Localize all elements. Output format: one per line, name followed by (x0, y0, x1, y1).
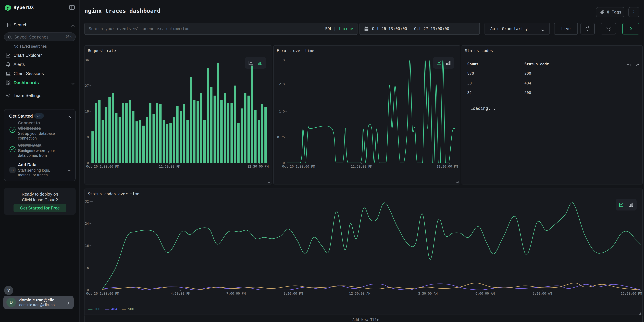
saved-searches-input[interactable]: Saved Searches ⌘K (4, 32, 76, 41)
app-title: HyperDX (14, 5, 34, 10)
svg-text:12:30:00 AM: 12:30:00 AM (349, 292, 370, 295)
legend-label: 404 (111, 307, 117, 311)
dashboards-icon (6, 80, 11, 86)
legend-label: 200 (94, 307, 100, 311)
svg-text:Oct 26 1:00:00 PM: Oct 26 1:00:00 PM (86, 292, 119, 295)
svg-text:0: 0 (87, 288, 89, 292)
get-started-progress-badge: 2/3 (34, 113, 44, 118)
chart-line-icon (6, 53, 11, 58)
logo-row: HyperDX (0, 4, 80, 13)
table-cell[interactable]: 500 (524, 90, 531, 95)
step-number-badge: 3 (9, 166, 16, 173)
sidebar-item-dashboards[interactable]: Dashboards (0, 79, 80, 88)
saved-searches-placeholder: Saved Searches (14, 35, 49, 40)
mode-divider: | (334, 26, 336, 31)
svg-text:4:30:00 PM: 4:30:00 PM (171, 292, 190, 295)
filter-edit-icon (606, 26, 611, 32)
refresh-button[interactable] (580, 23, 595, 34)
table-cell[interactable]: 404 (524, 81, 531, 86)
legend-item-200[interactable]: 200 (88, 307, 100, 311)
legend-item-404[interactable]: 404 (105, 307, 117, 311)
svg-text:2.3: 2.3 (279, 82, 285, 86)
sidebar-item-team-settings[interactable]: Team Settings (0, 92, 80, 100)
resize-handle[interactable] (268, 181, 270, 183)
chevron-up-icon (71, 23, 75, 27)
step-desc: Set up your database connection (18, 131, 58, 140)
resize-handle[interactable] (456, 181, 458, 183)
arrow-right-icon: → (67, 167, 71, 172)
check-circle-icon (9, 146, 16, 153)
run-query-button[interactable] (622, 23, 639, 34)
date-range-picker[interactable]: Oct 26 13:00:00 - Oct 27 13:00:00 (360, 23, 480, 35)
user-menu[interactable]: D dominic.tran@clic... dominic.tran@clic… (4, 296, 74, 309)
svg-text:12:30:00 PM: 12:30:00 PM (247, 164, 268, 168)
sort-icon[interactable] (627, 62, 632, 67)
clickhouse-cloud-promo: Ready to deploy on ClickHouse Cloud? Get… (4, 188, 76, 215)
svg-text:27: 27 (85, 84, 89, 88)
search-placeholder: Search your events w/ Lucene ex. column:… (89, 26, 190, 31)
svg-text:24: 24 (85, 222, 89, 225)
help-button[interactable]: ? (4, 286, 13, 295)
svg-text:6:00:00 AM: 6:00:00 AM (476, 292, 495, 295)
get-started-free-button[interactable]: Get Started for Free (14, 204, 66, 212)
tags-label: 0 Tags (607, 10, 622, 14)
search-section-icon (6, 22, 11, 28)
sidebar-item-label: Search (14, 22, 27, 27)
tile-title: Errors over time (277, 48, 314, 53)
table-cell[interactable]: 200 (524, 71, 531, 76)
divider (0, 19, 80, 19)
column-resize-handle[interactable] (522, 61, 522, 67)
resize-handle[interactable] (639, 312, 641, 314)
sidebar-item-alerts[interactable]: Alerts (0, 60, 80, 69)
errors-chart: 00.751.52.33Oct 26 1:00:00 PM11:30:00 PM… (274, 55, 460, 176)
add-new-tile-label: + Add New Tile (85, 318, 642, 322)
shortcut-badge: ⌘K (66, 35, 72, 39)
check-circle-icon (9, 126, 16, 133)
laptop-icon (6, 71, 11, 76)
svg-text:9: 9 (87, 135, 89, 139)
table-cell[interactable]: 32 (467, 90, 472, 95)
svg-text:3: 3 (283, 58, 285, 62)
promo-text-line1: Ready to deploy on (4, 192, 76, 197)
sidebar-item-chart-explorer[interactable]: Chart Explorer (0, 51, 80, 60)
page-title: nginx traces dashboard (84, 8, 160, 14)
download-icon[interactable] (636, 62, 640, 67)
step-desc: Start sending logs, metrics, or traces (18, 168, 58, 178)
sidebar-collapse-icon[interactable] (69, 4, 75, 10)
bell-icon (6, 62, 11, 67)
table-cell[interactable]: 33 (467, 81, 472, 86)
sql-mode-toggle[interactable]: SQL (325, 26, 332, 31)
tile-status-codes-over-time: Status codes over time 08162432Oct 26 1:… (84, 188, 643, 316)
event-search-input[interactable]: Search your events w/ Lucene ex. column:… (84, 23, 358, 35)
filter-button[interactable] (601, 23, 616, 34)
dashboard-menu-button[interactable]: ⋮ (628, 7, 639, 17)
tags-button[interactable]: 0 Tags (596, 7, 624, 17)
sidebar-item-label: Team Settings (14, 93, 42, 98)
legend (277, 171, 283, 171)
legend-swatch (88, 309, 92, 309)
sidebar-item-client-sessions[interactable]: Client Sessions (0, 70, 80, 78)
add-new-tile-button[interactable]: + Add New Tile (84, 314, 643, 322)
legend-swatch (88, 171, 92, 171)
date-range-value: Oct 26 13:00:00 - Oct 27 13:00:00 (372, 26, 449, 31)
svg-text:Oct 26 1:00:00 PM: Oct 26 1:00:00 PM (282, 164, 315, 168)
tag-icon (600, 10, 605, 15)
legend-item-500[interactable]: 500 (122, 307, 134, 311)
lucene-mode-toggle[interactable]: Lucene (339, 26, 353, 31)
granularity-select[interactable]: Auto Granularity (484, 23, 550, 35)
svg-text:0: 0 (87, 161, 89, 165)
live-button[interactable]: Live (554, 23, 578, 35)
tile-title: Status codes (465, 48, 493, 53)
column-header-count[interactable]: Count (467, 62, 478, 66)
sidebar-item-search[interactable]: Search (0, 21, 80, 30)
legend: 200 404 500 (88, 307, 134, 311)
sidebar-item-label: Dashboards (14, 80, 39, 85)
user-email: dominic.tran@clickho... (19, 303, 66, 307)
table-cell[interactable]: 870 (467, 71, 474, 76)
tile-request-rate: Request rate 09182736Oct 26 1:00:00 PM11… (84, 45, 272, 184)
column-header-status-code[interactable]: Status code (524, 62, 549, 66)
svg-text:16: 16 (85, 244, 89, 248)
chevron-down-icon (541, 27, 545, 31)
svg-text:9:30:00 PM: 9:30:00 PM (284, 292, 303, 295)
chevron-up-icon[interactable] (67, 114, 71, 118)
